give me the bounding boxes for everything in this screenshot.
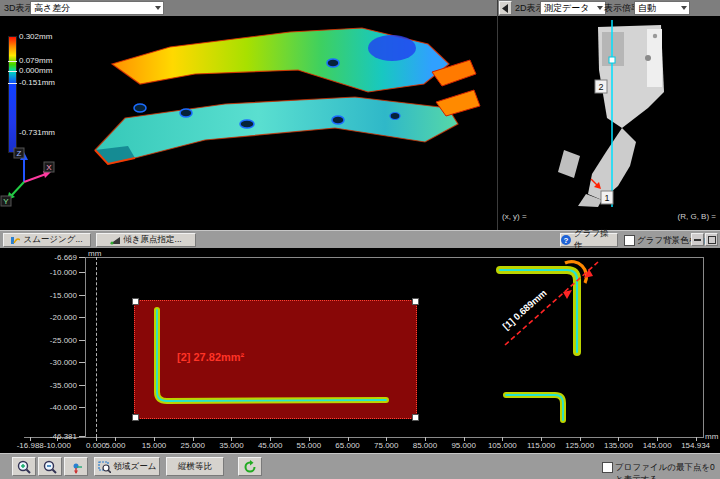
region-handle-top-right[interactable] (412, 298, 419, 305)
marker-2-label[interactable]: 2 (598, 82, 603, 92)
rgb-value-readout: (R, G, B) = (678, 212, 716, 221)
area-zoom-icon (98, 460, 111, 473)
expand-graph-button[interactable] (705, 233, 718, 246)
zoom-out-button[interactable] (38, 457, 62, 476)
svg-text:?: ? (564, 236, 569, 245)
application-window: 3D表示 高さ差分 2D表示 測定データ 表示倍率 自動 0.302mm 0.0… (0, 0, 720, 479)
y-tick-label: -25.000 (33, 336, 77, 345)
x-tick-label: 145.000 (635, 441, 679, 450)
region-handle-bottom-left[interactable] (132, 414, 139, 421)
gizmo-y-label: Y (3, 197, 9, 206)
data-source-select[interactable]: 測定データ (540, 1, 606, 15)
y-tick-label: -20.000 (33, 313, 77, 322)
x-tick-label: 95.000 (442, 441, 486, 450)
collapse-graph-button[interactable] (691, 233, 704, 246)
y-tick (79, 272, 85, 273)
zoom-in-icon (17, 460, 31, 474)
y-tick (79, 362, 85, 363)
panel-3d-header: 3D表示 高さ差分 (0, 0, 497, 16)
profile-zero-checkbox[interactable] (602, 462, 613, 473)
y-tick-label: -35.000 (33, 381, 77, 390)
x-tick-label: 115.000 (519, 441, 563, 450)
collapse-panel-button[interactable] (499, 1, 512, 15)
move-icon (69, 460, 83, 474)
distance-measurement-label: [1] 0.689mm (500, 287, 548, 332)
graph-operation-button[interactable]: ? グラフ操作 (560, 233, 618, 247)
viewport-2d[interactable]: 2 1 (498, 16, 720, 208)
x-tick-label: 75.000 (364, 441, 408, 450)
region-handle-bottom-right[interactable] (412, 414, 419, 421)
coordinate-status-bar: (x, y) = (R, G, B) = (498, 208, 720, 230)
axis-gizmo[interactable]: Z X Y (0, 146, 60, 210)
triangle-left-icon (502, 4, 509, 13)
x-tick-label: -10.000 (35, 441, 79, 450)
y-tick-label: -6.669 (33, 253, 77, 262)
area-zoom-button-label: 領域ズーム (114, 461, 157, 473)
area-measurement-region[interactable]: [2] 27.82mm² (134, 300, 417, 419)
window-icon (708, 236, 716, 244)
graph-toolbar: スムージング... 傾き原点指定... ? グラフ操作 グラフ背景色を白にする (0, 230, 720, 249)
plot-right-border (703, 257, 704, 438)
gizmo-x-label: X (46, 163, 52, 172)
x-tick-label: 25.000 (171, 441, 215, 450)
tilt-origin-button-label: 傾き原点指定... (123, 234, 181, 246)
zero-position-cursor[interactable] (96, 257, 97, 437)
y-tick-label: -40.000 (33, 403, 77, 412)
x-tick-label: 105.000 (480, 441, 524, 450)
area-measurement-label: [2] 27.82mm² (177, 351, 244, 363)
zoom-out-icon (43, 460, 57, 474)
collapse-icon (694, 239, 701, 241)
y-tick (79, 385, 85, 386)
chevron-down-icon (681, 6, 687, 10)
zoom-in-button[interactable] (12, 457, 36, 476)
data-source-value: 測定データ (544, 3, 589, 13)
y-tick (79, 340, 85, 341)
plot-top-border (85, 257, 703, 258)
marker-1-label[interactable]: 1 (604, 193, 609, 203)
chevron-down-icon (155, 6, 161, 10)
region-handle-top-left[interactable] (132, 298, 139, 305)
aspect-ratio-button-label: 縦横等比 (178, 461, 212, 473)
refresh-icon (243, 460, 257, 474)
profile-graph[interactable]: mm mm -6.669-10.000-15.000-20.000-25.000… (0, 248, 720, 453)
x-tick-label: 45.000 (248, 441, 292, 450)
y-tick (79, 257, 85, 258)
part-3d-render (0, 16, 497, 230)
aspect-ratio-button[interactable]: 縦横等比 (166, 457, 224, 476)
x-tick-label: 55.000 (287, 441, 331, 450)
white-background-checkbox[interactable] (624, 235, 635, 246)
tilt-origin-button[interactable]: 傾き原点指定... (96, 233, 196, 247)
viewport-3d[interactable]: 0.302mm 0.079mm 0.000mm -0.151mm -0.731m… (0, 16, 497, 230)
x-tick-label: 15.000 (132, 441, 176, 450)
x-tick-label: 5.000 (93, 441, 137, 450)
profile-zero-checkbox-label: プロファイルの最下点を0と表示する (615, 462, 720, 479)
y-tick (79, 436, 85, 437)
pan-move-button[interactable] (64, 457, 88, 476)
display-mode-select[interactable]: 高さ差分 (30, 1, 164, 15)
refresh-button[interactable] (238, 457, 262, 476)
x-tick-label: 125.000 (558, 441, 602, 450)
y-tick (79, 295, 85, 296)
smoothing-icon (11, 236, 20, 245)
x-tick-label: 154.934 (674, 441, 718, 450)
y-tick (79, 407, 85, 408)
y-tick-label: -30.000 (33, 358, 77, 367)
help-icon: ? (561, 235, 571, 245)
smoothing-button[interactable]: スムージング... (3, 233, 91, 247)
gizmo-z-label: Z (17, 149, 22, 158)
display-mode-value: 高さ差分 (34, 3, 70, 13)
y-axis-line (85, 257, 86, 438)
tilt-origin-icon (110, 236, 120, 245)
xy-coordinate-readout: (x, y) = (502, 212, 527, 221)
x-tick-label: 65.000 (326, 441, 370, 450)
magnification-value: 自動 (638, 3, 656, 13)
y-tick-label: -15.000 (33, 291, 77, 300)
panel-2d-header: 2D表示 測定データ 表示倍率 自動 (498, 0, 720, 16)
part-2d-image: 2 1 (498, 16, 720, 208)
x-tick-label: 135.000 (596, 441, 640, 450)
magnification-select[interactable]: 自動 (634, 1, 690, 15)
area-zoom-button[interactable]: 領域ズーム (94, 457, 160, 476)
x-axis-line (24, 437, 703, 438)
y-tick-label: -46.381 (33, 432, 77, 441)
x-axis-unit: mm (705, 432, 718, 441)
